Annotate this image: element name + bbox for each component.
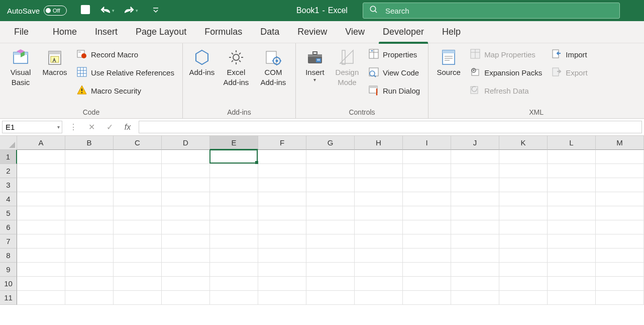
row-header[interactable]: 3 <box>0 178 17 192</box>
cell[interactable] <box>451 150 499 164</box>
cell[interactable] <box>596 277 644 291</box>
row-header[interactable]: 6 <box>0 220 17 234</box>
cell[interactable] <box>17 263 65 277</box>
cell[interactable] <box>17 277 65 291</box>
cell[interactable] <box>403 206 451 220</box>
cell[interactable] <box>114 206 162 220</box>
cell[interactable] <box>306 178 355 192</box>
cell[interactable] <box>258 178 306 192</box>
cell[interactable] <box>65 291 114 305</box>
cell[interactable] <box>355 150 403 164</box>
cell[interactable] <box>306 249 355 263</box>
column-header[interactable]: H <box>355 136 403 150</box>
column-header[interactable]: J <box>451 136 499 150</box>
cell[interactable] <box>403 291 451 305</box>
formula-input[interactable] <box>139 121 642 133</box>
cell[interactable] <box>306 206 355 220</box>
cell[interactable] <box>451 192 499 206</box>
cell[interactable] <box>114 150 162 164</box>
cell[interactable] <box>499 150 548 164</box>
view-code-button[interactable]: View Code <box>365 63 423 82</box>
column-header[interactable]: E <box>210 136 258 150</box>
save-icon[interactable] <box>80 4 91 17</box>
tab-insert[interactable]: Insert <box>86 21 127 43</box>
column-header[interactable]: L <box>548 136 596 150</box>
cell[interactable] <box>451 220 499 234</box>
cell[interactable] <box>403 249 451 263</box>
cell[interactable] <box>17 206 65 220</box>
autosave-toggle[interactable]: Off <box>44 6 67 16</box>
cell[interactable] <box>596 291 644 305</box>
cell[interactable] <box>499 234 548 249</box>
cell[interactable] <box>499 263 548 277</box>
cell[interactable] <box>65 150 114 164</box>
addins-button[interactable]: Add-ins <box>188 45 216 79</box>
macro-security-button[interactable]: Macro Security <box>73 82 177 100</box>
cell[interactable] <box>65 277 114 291</box>
cell[interactable] <box>355 206 403 220</box>
cell[interactable] <box>596 220 644 234</box>
cell[interactable] <box>162 277 210 291</box>
cell[interactable] <box>499 206 548 220</box>
cell[interactable] <box>548 220 596 234</box>
row-header[interactable]: 8 <box>0 249 17 263</box>
cell[interactable] <box>162 150 210 164</box>
column-header[interactable]: D <box>162 136 210 150</box>
cell[interactable] <box>548 178 596 192</box>
cell[interactable] <box>114 234 162 249</box>
cell[interactable] <box>355 277 403 291</box>
cell[interactable] <box>596 249 644 263</box>
cell[interactable] <box>306 220 355 234</box>
cell[interactable] <box>65 234 114 249</box>
cell[interactable] <box>210 291 258 305</box>
cell[interactable] <box>162 164 210 178</box>
search-input[interactable] <box>385 7 613 15</box>
cell[interactable] <box>548 291 596 305</box>
cell[interactable] <box>355 263 403 277</box>
fx-icon[interactable]: fx <box>119 123 137 132</box>
options-icon[interactable]: ⋮ <box>64 122 82 132</box>
cell[interactable] <box>451 249 499 263</box>
autosave-control[interactable]: AutoSave Off <box>0 6 74 16</box>
cell[interactable] <box>258 291 306 305</box>
cell[interactable] <box>65 220 114 234</box>
tab-review[interactable]: Review <box>288 21 336 43</box>
cell[interactable] <box>499 178 548 192</box>
undo-icon[interactable]: ▾ <box>100 5 115 16</box>
macros-button[interactable]: Macros <box>39 45 70 79</box>
tab-data[interactable]: Data <box>251 21 288 43</box>
cell[interactable] <box>451 206 499 220</box>
cell[interactable] <box>548 164 596 178</box>
excel-addins-button[interactable]: Excel Add-ins <box>219 45 253 89</box>
cell[interactable] <box>162 234 210 249</box>
row-header[interactable]: 5 <box>0 206 17 220</box>
cell[interactable] <box>162 206 210 220</box>
cell[interactable] <box>499 192 548 206</box>
cell[interactable] <box>451 277 499 291</box>
cell[interactable] <box>355 178 403 192</box>
cell[interactable] <box>162 220 210 234</box>
source-button[interactable]: Source <box>434 45 464 79</box>
cell[interactable] <box>596 164 644 178</box>
tab-formulas[interactable]: Formulas <box>195 21 251 43</box>
tab-page-layout[interactable]: Page Layout <box>127 21 195 43</box>
tab-view[interactable]: View <box>336 21 374 43</box>
properties-button[interactable]: Properties <box>365 45 423 63</box>
cell[interactable] <box>355 291 403 305</box>
column-header[interactable]: M <box>596 136 644 150</box>
cell[interactable] <box>306 192 355 206</box>
cancel-icon[interactable]: ✕ <box>82 122 100 132</box>
cell[interactable] <box>17 150 65 164</box>
cell[interactable] <box>114 277 162 291</box>
column-header[interactable]: I <box>403 136 451 150</box>
cell[interactable] <box>596 150 644 164</box>
cell[interactable] <box>258 192 306 206</box>
cell[interactable] <box>596 206 644 220</box>
cell[interactable] <box>162 263 210 277</box>
cell[interactable] <box>17 291 65 305</box>
cell[interactable] <box>162 249 210 263</box>
cell[interactable] <box>17 192 65 206</box>
cell[interactable] <box>306 291 355 305</box>
cell[interactable] <box>258 150 306 164</box>
cell[interactable] <box>210 164 258 178</box>
